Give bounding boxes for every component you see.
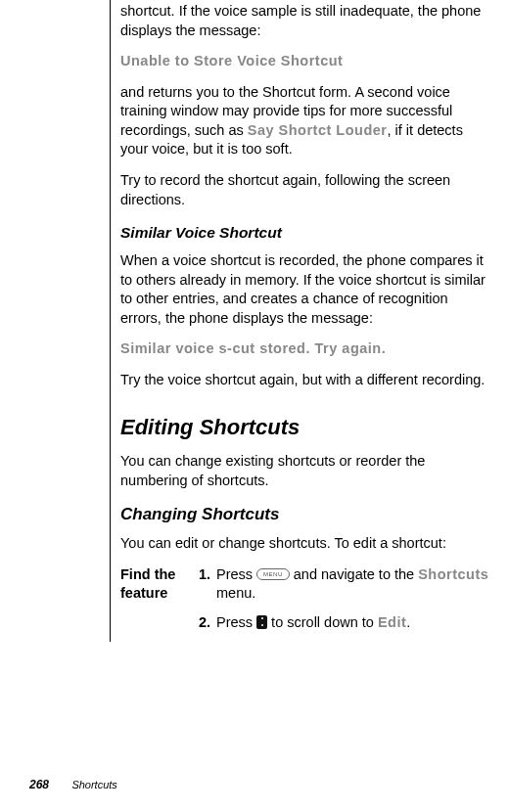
page-container: shortcut. If the voice sample is still i… (0, 0, 509, 642)
intro-paragraph-2: and returns you to the Shortcut form. A … (120, 83, 491, 159)
ff-label-line2: feature (120, 585, 167, 601)
changing-paragraph-1: You can edit or change shortcuts. To edi… (120, 534, 491, 554)
find-the-feature-label: Find the feature (120, 565, 199, 603)
menu-button-icon: MENU (256, 568, 290, 580)
heading-similar-voice-shortcut: Similar Voice Shortcut (120, 223, 491, 244)
text-fragment: to scroll down to (267, 614, 378, 630)
display-text-shortcuts: Shortcuts (418, 566, 488, 582)
page-footer: 268 Shortcuts (29, 777, 117, 792)
display-message-similar: Similar voice s-cut stored. Try again. (120, 339, 491, 359)
step-text: Press MENU and navigate to the Shortcuts… (216, 565, 491, 604)
text-fragment: menu. (216, 585, 255, 601)
text-fragment: Press (216, 614, 256, 630)
similar-paragraph-1: When a voice shortcut is recorded, the p… (120, 251, 491, 328)
main-content: shortcut. If the voice sample is still i… (110, 0, 491, 642)
step-number: 2. (199, 613, 216, 633)
step-1: 1. Press MENU and navigate to the Shortc… (199, 565, 491, 604)
text-fragment: . (406, 614, 410, 630)
intro-paragraph-1: shortcut. If the voice sample is still i… (120, 2, 491, 40)
step-2: 2. Press to scroll down to Edit. (199, 613, 491, 633)
text-fragment: and navigate to the (290, 566, 418, 582)
find-the-feature-block: Find the feature 1. Press MENU and navig… (120, 565, 491, 643)
heading-changing-shortcuts: Changing Shortcuts (120, 504, 491, 526)
intro-paragraph-3: Try to record the shortcut again, follow… (120, 171, 491, 209)
display-text-edit: Edit (378, 614, 406, 630)
display-message-unable: Unable to Store Voice Shortcut (120, 52, 491, 71)
nav-button-icon (256, 615, 267, 629)
similar-paragraph-2: Try the voice shortcut again, but with a… (120, 371, 491, 390)
ff-label-line1: Find the (120, 566, 175, 582)
chapter-name: Shortcuts (71, 779, 116, 790)
steps-list: 1. Press MENU and navigate to the Shortc… (199, 565, 491, 643)
heading-editing-shortcuts: Editing Shortcuts (120, 413, 491, 442)
page-number: 268 (29, 778, 49, 791)
display-text-say-louder: Say Shortct Louder (248, 122, 388, 138)
step-number: 1. (199, 565, 216, 604)
text-fragment: Press (216, 566, 256, 582)
editing-paragraph-1: You can change existing shortcuts or reo… (120, 452, 491, 490)
step-text: Press to scroll down to Edit. (216, 613, 491, 633)
